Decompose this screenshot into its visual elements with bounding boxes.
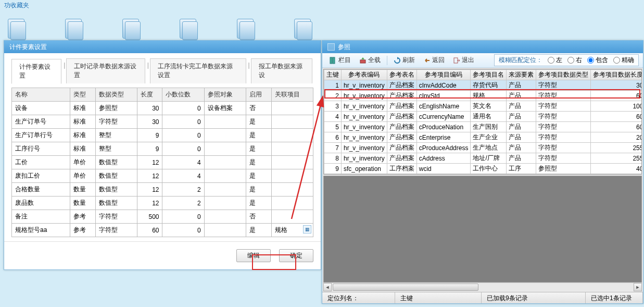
table-row[interactable]: 6hr_v_inventory产品档案cEnterprise生产企业产品字符型2… — [324, 132, 642, 143]
cell[interactable]: 备注 — [12, 210, 70, 224]
cell[interactable] — [271, 115, 313, 129]
table-row[interactable]: 4hr_v_inventory产品档案cCurrencyName通用名产品字符型… — [324, 112, 642, 122]
cell[interactable]: 规格型号aa — [12, 224, 70, 237]
cell[interactable]: 9 — [324, 164, 342, 174]
dialog-titlebar[interactable]: 计件要素设置 — [4, 41, 321, 53]
cell[interactable] — [271, 102, 313, 115]
cell[interactable] — [204, 197, 246, 210]
cell[interactable]: 字符型 — [536, 80, 591, 91]
cell[interactable]: 9 — [137, 142, 162, 156]
cell[interactable]: 标准 — [70, 115, 95, 129]
cell[interactable]: hr_v_inventory — [342, 101, 387, 112]
cell[interactable]: 数值型 — [95, 197, 137, 210]
cell[interactable]: 3 — [324, 101, 342, 112]
col-header[interactable]: 关联项目 — [271, 88, 313, 102]
col-header[interactable]: 参考表名 — [387, 70, 416, 80]
cell[interactable]: 工作中心 — [471, 164, 507, 174]
cell[interactable] — [271, 156, 313, 169]
cell[interactable]: 参考 — [70, 210, 95, 224]
cell[interactable]: 产品 — [507, 91, 536, 101]
cell[interactable]: 2 — [162, 197, 204, 210]
doc-icon[interactable] — [239, 21, 255, 40]
cell[interactable]: hr_v_inventory — [342, 80, 387, 91]
table-row[interactable]: 生产订单行号标准整型90是 — [12, 129, 313, 142]
cell[interactable]: 标准 — [70, 142, 95, 156]
tab-process-source[interactable]: 工序流转卡完工单数据来源设置 — [150, 58, 246, 83]
cell[interactable]: 是 — [246, 224, 272, 237]
radio-exact[interactable]: 精确 — [613, 56, 634, 65]
cell[interactable]: hr_v_inventory — [342, 112, 387, 122]
cell[interactable]: hr_v_inventory — [342, 91, 387, 101]
cell[interactable]: 字符型 — [536, 132, 591, 143]
cell[interactable]: 单价 — [70, 169, 95, 183]
cell[interactable]: 标准 — [70, 102, 95, 115]
scroll-thumb[interactable] — [333, 284, 478, 291]
cell[interactable]: 单价 — [70, 156, 95, 169]
cell[interactable]: 产品档案 — [387, 80, 416, 91]
col-header[interactable]: 小数位数 — [162, 88, 204, 102]
radio-contain[interactable]: 包含 — [587, 56, 608, 65]
col-header[interactable]: 数据类型 — [95, 88, 137, 102]
cell[interactable]: 字符型 — [536, 101, 591, 112]
col-header[interactable]: 名称 — [12, 88, 70, 102]
tb-columns[interactable]: 栏目 — [326, 55, 354, 66]
table-row[interactable]: 1hr_v_inventory产品档案cInvAddCode存货代码产品字符型3… — [324, 80, 642, 91]
cell[interactable]: 40 — [591, 164, 642, 174]
cell[interactable]: 参考 — [70, 224, 95, 237]
cell[interactable]: 4 — [162, 169, 204, 183]
cell[interactable]: 0 — [162, 224, 204, 237]
cell[interactable]: 生产地点 — [471, 143, 507, 153]
cell[interactable] — [204, 129, 246, 142]
doc-icon[interactable] — [297, 21, 312, 40]
cell[interactable]: 工序行号 — [12, 142, 70, 156]
dialog-titlebar[interactable]: 参照 — [322, 41, 643, 53]
cell[interactable]: 否 — [246, 210, 272, 224]
cell[interactable]: 数值型 — [95, 156, 137, 169]
cell[interactable]: 英文名 — [471, 101, 507, 112]
cell[interactable]: 字符型 — [536, 91, 591, 101]
cell[interactable]: 否 — [246, 102, 272, 115]
col-header[interactable]: 参考项目数据长度 — [591, 70, 642, 80]
cell[interactable]: 0 — [162, 210, 204, 224]
cell[interactable]: 数值型 — [95, 169, 137, 183]
cell[interactable]: cInvStd — [416, 91, 471, 101]
cell[interactable]: 0 — [162, 129, 204, 142]
cell[interactable] — [204, 224, 246, 237]
cell[interactable]: 500 — [137, 210, 162, 224]
cell[interactable]: 60 — [137, 224, 162, 237]
cell[interactable]: 字符型 — [95, 115, 137, 129]
tb-exit[interactable]: 退出 — [450, 55, 477, 66]
cell[interactable]: 产品 — [507, 122, 536, 132]
table-row[interactable]: 9sfc_operation工序档案wcid工作中心工序参照型40 — [324, 164, 642, 174]
cell[interactable]: 12 — [137, 169, 162, 183]
cell[interactable]: 产品 — [507, 132, 536, 143]
radio-right[interactable]: 右 — [567, 56, 582, 65]
table-row[interactable]: 废品数数量数值型122是 — [12, 197, 313, 210]
cell[interactable]: 参照型 — [536, 164, 591, 174]
cell[interactable]: 8 — [324, 153, 342, 164]
cell[interactable]: 是 — [246, 142, 272, 156]
cell[interactable]: 2 — [162, 183, 204, 197]
cell[interactable]: 地址/厂牌 — [471, 153, 507, 164]
cell[interactable]: 字符型 — [536, 153, 591, 164]
col-header[interactable]: 来源要素 — [507, 70, 536, 80]
cell[interactable] — [204, 156, 246, 169]
cell[interactable]: 标准 — [70, 129, 95, 142]
cell[interactable]: 4 — [324, 112, 342, 122]
cell[interactable]: 整型 — [95, 129, 137, 142]
cell[interactable]: 存货代码 — [471, 80, 507, 91]
table-row[interactable]: 7hr_v_inventory产品档案cProduceAddress生产地点产品… — [324, 143, 642, 153]
reference-table-wrap[interactable]: 主键参考表编码参考表名参考项目编码参考项目名来源要素参考项目数据类型参考项目数据… — [323, 69, 642, 175]
table-row[interactable]: 备注参考字符型5000否 — [12, 210, 313, 224]
cell[interactable]: 60 — [591, 112, 642, 122]
cell[interactable]: 5 — [324, 122, 342, 132]
lookup-picker-icon[interactable]: ▦ — [303, 225, 311, 234]
cell[interactable]: 0 — [162, 102, 204, 115]
cell[interactable]: sfc_operation — [342, 164, 387, 174]
cell[interactable]: 工序 — [507, 164, 536, 174]
cell[interactable]: 是 — [246, 115, 272, 129]
cell[interactable]: 生产国别 — [471, 122, 507, 132]
cell[interactable]: 生产订单行号 — [12, 129, 70, 142]
cell[interactable] — [271, 169, 313, 183]
cell[interactable]: 30 — [591, 80, 642, 91]
